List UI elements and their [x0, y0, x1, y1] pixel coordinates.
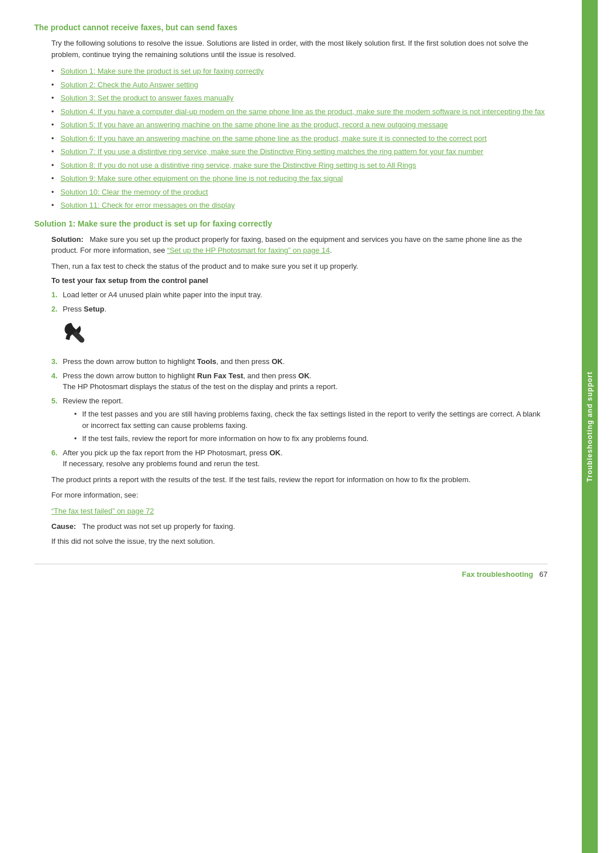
solution2-link[interactable]: Solution 2: Check the Auto Answer settin…: [60, 80, 198, 89]
solution3-link[interactable]: Solution 3: Set the product to answer fa…: [60, 94, 234, 102]
list-item[interactable]: Solution 2: Check the Auto Answer settin…: [51, 79, 548, 91]
step-1-text: Load letter or A4 unused plain white pap…: [63, 290, 262, 299]
footer-title: Fax troubleshooting 67: [462, 570, 548, 579]
section-heading: The product cannot receive faxes, but ca…: [34, 23, 548, 32]
solution10-link[interactable]: Solution 10: Clear the memory of the pro…: [60, 188, 208, 196]
list-item[interactable]: Solution 3: Set the product to answer fa…: [51, 92, 548, 104]
tool-icon-container: [63, 320, 548, 350]
solution11-link[interactable]: Solution 11: Check for error messages on…: [60, 201, 235, 209]
footer-page-num: 67: [540, 570, 548, 579]
step-2-num: 2.: [51, 304, 58, 315]
step-5: 5. Review the report. If the test passes…: [51, 395, 548, 444]
step-2: 2. Press Setup.: [51, 304, 548, 315]
post-steps-text: The product prints a report with the res…: [51, 474, 548, 486]
solution5-link[interactable]: Solution 5: If you have an answering mac…: [60, 120, 448, 129]
solution9-link[interactable]: Solution 9: Make sure other equipment on…: [60, 174, 343, 183]
step-1-num: 1.: [51, 289, 58, 301]
solution1-body: Solution: Make sure you set up the produ…: [51, 234, 548, 256]
list-item[interactable]: Solution 9: Make sure other equipment on…: [51, 173, 548, 184]
list-item[interactable]: Solution 10: Clear the memory of the pro…: [51, 187, 548, 198]
list-item[interactable]: Solution 7: If you use a distintive ring…: [51, 146, 548, 157]
list-item[interactable]: Solution 5: If you have an answering mac…: [51, 119, 548, 131]
cause-section: Cause: The product was not set up proper…: [51, 521, 548, 532]
fax-test-link-container: “The fax test failed” on page 72: [51, 506, 548, 517]
step-5-num: 5.: [51, 395, 58, 407]
page-divider: [34, 564, 548, 564]
list-item[interactable]: Solution 8: If you do not use a distinti…: [51, 160, 548, 171]
wrench-icon: [63, 320, 91, 349]
step-6-num: 6.: [51, 447, 58, 459]
step-1: 1. Load letter or A4 unused plain white …: [51, 289, 548, 301]
solution1-heading: Solution 1: Make sure the product is set…: [34, 219, 548, 228]
solution6-link[interactable]: Solution 6: If you have an answering mac…: [60, 134, 487, 143]
intro-paragraph: Try the following solutions to resolve t…: [51, 38, 548, 60]
step-3-text: Press the down arrow button to highlight…: [63, 357, 285, 366]
step5-bullet-2: If the test fails, review the report for…: [74, 433, 548, 444]
solution4-link[interactable]: Solution 4: If you have a computer dial-…: [60, 107, 545, 116]
page-footer: Fax troubleshooting 67: [34, 570, 548, 584]
sidebar-label: Troubleshooting and support: [586, 371, 594, 482]
list-item[interactable]: Solution 1: Make sure the product is set…: [51, 66, 548, 77]
cause-text: The product was not set up properly for …: [82, 522, 235, 531]
step-3: 3. Press the down arrow button to highli…: [51, 356, 548, 367]
solutions-list: Solution 1: Make sure the product is set…: [51, 66, 548, 211]
step-4: 4. Press the down arrow button to highli…: [51, 370, 548, 393]
step-2-text: Press Setup.: [63, 305, 107, 313]
step-5-text: Review the report.: [63, 397, 123, 405]
steps-list: 1. Load letter or A4 unused plain white …: [51, 289, 548, 314]
then-text: Then, run a fax test to check the status…: [51, 261, 548, 272]
step-6: 6. After you pick up the fax report from…: [51, 447, 548, 470]
list-item[interactable]: Solution 4: If you have a computer dial-…: [51, 106, 548, 118]
list-item[interactable]: Solution 6: If you have an answering mac…: [51, 133, 548, 144]
step-3-num: 3.: [51, 356, 58, 367]
steps-list-continued: 3. Press the down arrow button to highli…: [51, 356, 548, 470]
step5-bullet-1: If the test passes and you are still hav…: [74, 409, 548, 431]
sidebar: Troubleshooting and support: [582, 0, 598, 853]
test-subheading: To test your fax setup from the control …: [51, 276, 548, 285]
next-solution-text: If this did not solve the issue, try the…: [51, 536, 548, 547]
solution7-link[interactable]: Solution 7: If you use a distintive ring…: [60, 147, 483, 156]
photosmart-faxing-link[interactable]: “Set up the HP Photosmart for faxing” on…: [167, 246, 330, 254]
step-4-text: Press the down arrow button to highlight…: [63, 371, 338, 391]
step-6-text: After you pick up the fax report from th…: [63, 448, 283, 468]
solution-label: Solution:: [51, 235, 83, 244]
cause-label: Cause:: [51, 522, 76, 531]
solution1-link[interactable]: Solution 1: Make sure the product is set…: [60, 67, 264, 75]
step-4-num: 4.: [51, 370, 58, 382]
step5-bullets: If the test passes and you are still hav…: [74, 409, 548, 444]
list-item[interactable]: Solution 11: Check for error messages on…: [51, 200, 548, 211]
solution8-link[interactable]: Solution 8: If you do not use a distinti…: [60, 161, 416, 169]
for-more-text: For more information, see:: [51, 490, 548, 501]
fax-test-link[interactable]: “The fax test failed” on page 72: [51, 507, 154, 515]
